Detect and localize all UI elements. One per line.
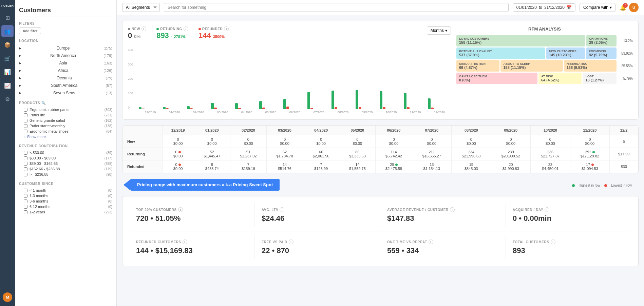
calendar-icon[interactable]: 📅	[567, 5, 572, 10]
bar-green	[187, 106, 190, 109]
cell-sub: $17,99	[618, 152, 630, 156]
x-label: 03/2020	[211, 111, 234, 114]
sidebar-icon-products[interactable]: 🛒	[1, 52, 14, 64]
revenue-checkbox[interactable]	[24, 173, 27, 176]
metric-info-icon[interactable]: i	[178, 207, 183, 212]
sidebar-icon-orders[interactable]: 📦	[1, 39, 14, 51]
customer-since-checkbox[interactable]	[24, 189, 27, 192]
refunded-info-icon[interactable]: i	[224, 26, 229, 31]
location-item[interactable]: ▶ Asia (163)	[19, 60, 112, 66]
location-item[interactable]: ▶ Africa (126)	[19, 67, 112, 74]
cell-sub: $0.00	[467, 141, 476, 146]
metric-info-icon[interactable]: i	[545, 207, 549, 212]
location-item[interactable]: ▶ South America (57)	[19, 82, 112, 89]
product-checkbox[interactable]	[24, 124, 27, 128]
revenue-name: $30.00 - $89.00	[30, 156, 56, 160]
compare-button[interactable]: Compare with ▾	[580, 3, 615, 12]
customer-since-checkbox[interactable]	[24, 194, 27, 198]
sidebar-icon-reports[interactable]: 📊	[1, 66, 14, 78]
product-checkbox[interactable]	[24, 130, 27, 133]
customer-since-checkbox[interactable]	[24, 210, 27, 214]
location-item-header[interactable]: ▶ Europe (275)	[19, 45, 112, 52]
add-filter-button[interactable]: Add filter	[19, 27, 41, 34]
customer-since-checkbox[interactable]	[24, 205, 27, 209]
metric-value: 559 • 334	[387, 246, 499, 255]
metric-item: AVERAGE REVENUE / CUSTOMER i$147.83	[380, 203, 506, 227]
metric-value: 144 • $15,169.83	[136, 246, 248, 255]
metric-info-icon[interactable]: i	[183, 240, 187, 244]
location-item[interactable]: ▶ Seven Seas (13)	[19, 90, 112, 96]
revenue-checkbox[interactable]	[24, 151, 27, 155]
product-search-icon[interactable]: 🔍	[41, 101, 46, 105]
product-name: Ergonomic metal shoes	[30, 129, 69, 133]
cell-dot	[395, 164, 398, 166]
rfm-champions[interactable]: CHAMPIONS 29 (2.05%)	[586, 35, 617, 46]
product-checkbox[interactable]	[24, 113, 27, 117]
sidebar-icon-analytics[interactable]: 📈	[1, 79, 14, 92]
rfm-at-risk[interactable]: AT RISK 64 (4.52%)	[538, 73, 582, 84]
notification-bell[interactable]: 🔔 5	[620, 4, 626, 11]
metric-value: 22 • 870	[262, 246, 373, 255]
rfm-about-sleep[interactable]: ABOUT TO SLEEP 158 (11.15%)	[500, 60, 563, 72]
revenue-checkbox[interactable]	[24, 162, 27, 166]
customer-since-checkbox[interactable]	[24, 199, 27, 203]
show-more-button[interactable]: + Show more	[19, 134, 112, 139]
x-label: 05/2020	[259, 111, 282, 114]
metric-info-icon[interactable]: i	[429, 240, 433, 244]
cell-main: 23	[548, 162, 552, 167]
sidebar-icon-dashboard[interactable]: ⊞	[1, 12, 14, 24]
rfm-new-customers[interactable]: NEW CUSTOMERS 145 (10.23%)	[546, 47, 585, 59]
metric-info-icon[interactable]: i	[289, 240, 293, 244]
revenue-checkbox[interactable]	[24, 167, 27, 171]
cell-sub: $1,784.70	[277, 154, 293, 158]
metric-info-icon[interactable]: i	[551, 240, 555, 244]
location-item[interactable]: ▶ North America (179)	[19, 52, 112, 59]
rfm-need-attention[interactable]: NEED ATTENTION 69 (4.87%)	[456, 60, 499, 72]
product-item: Putler starter-monthly(138)	[19, 123, 112, 129]
rfm-hibernating[interactable]: HIBERNATING 138 (9.53%)	[564, 60, 617, 72]
new-info-icon[interactable]: i	[141, 26, 146, 31]
metric-item: REFUNDED CUSTOMERS i144 • $15,169.83	[129, 235, 255, 259]
location-item[interactable]: ▶ Europe (275)	[19, 45, 112, 52]
returning-info-icon[interactable]: i	[184, 26, 188, 31]
table-body: New0$0.000$0.000$0.000$0.000$0.000$0.000…	[122, 135, 638, 173]
location-item[interactable]: ▶ Oceania (79)	[19, 75, 112, 81]
table-col-header: 02/2020	[230, 126, 266, 135]
cell-main: 0	[211, 137, 213, 141]
metric-value: 0 • 0.00min	[513, 214, 625, 223]
revenue-checkbox[interactable]	[24, 156, 27, 160]
cell-sub: $0.00	[207, 141, 217, 146]
rfm-loyal[interactable]: LOYAL CUSTOMERS 158 (11.15%)	[456, 35, 585, 46]
sidebar-user-avatar[interactable]: M	[3, 292, 12, 302]
bar-green	[283, 99, 286, 109]
rfm-cant-lose[interactable]: CAN'T LOSE THEM 0 (0%)	[456, 73, 537, 84]
data-table: 12/201901/202002/202003/202004/202005/20…	[122, 126, 638, 173]
location-item-header[interactable]: ▶ South America (57)	[19, 82, 112, 89]
sidebar-icon-settings[interactable]: ⚙	[1, 93, 14, 105]
metric-info-icon[interactable]: i	[280, 207, 284, 212]
product-count: (138)	[105, 124, 112, 128]
location-item-header[interactable]: ▶ Asia (163)	[19, 60, 112, 66]
product-checkbox[interactable]	[24, 108, 27, 112]
metric-info-icon[interactable]: i	[450, 207, 455, 212]
bar-red	[142, 109, 145, 109]
search-input[interactable]	[164, 3, 509, 12]
cell-main: 66	[319, 150, 323, 154]
segment-select[interactable]: All Segments	[122, 3, 160, 12]
months-button[interactable]: Months ▾	[427, 26, 451, 35]
location-item-header[interactable]: ▶ Oceania (79)	[19, 75, 112, 81]
location-item-header[interactable]: ▶ Seven Seas (13)	[19, 90, 112, 96]
user-avatar[interactable]: U	[629, 3, 639, 12]
table-col-header: 10/2020	[531, 126, 570, 135]
rfm-potential[interactable]: POTENTIAL LOYALIST 537 (37.9%)	[456, 47, 545, 59]
cell-sub: $17,129.82	[581, 154, 599, 158]
product-checkbox[interactable]	[24, 119, 27, 122]
rfm-promising[interactable]: PROMISING 82 (5.79%)	[586, 47, 617, 59]
customer-since-item: 1-2 years(293)	[19, 209, 112, 215]
location-item-header[interactable]: ▶ North America (179)	[19, 52, 112, 59]
date-separator: to	[539, 5, 542, 10]
rfm-lost[interactable]: LOST 18 (1.27%)	[583, 73, 617, 84]
sidebar-icon-customers[interactable]: 👥	[1, 25, 14, 37]
table-col-header: 06/2020	[376, 126, 412, 135]
location-item-header[interactable]: ▶ Africa (126)	[19, 67, 112, 74]
